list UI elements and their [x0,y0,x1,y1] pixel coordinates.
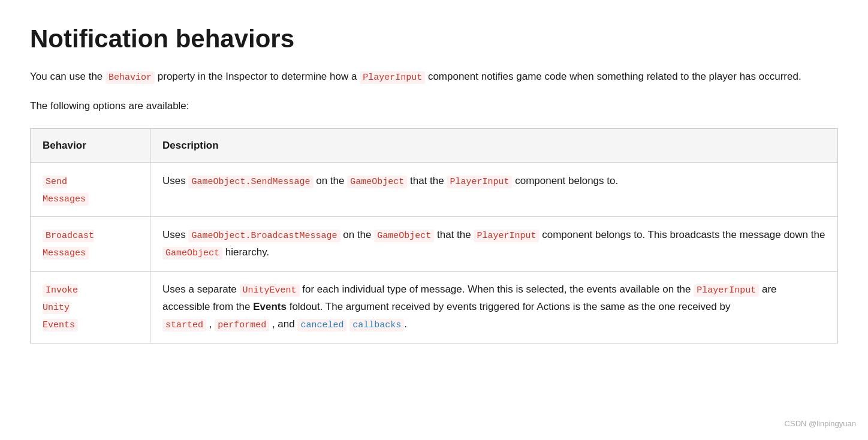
desc-text: component belongs to. [512,175,618,186]
gameobject-code-3: GameObject [162,247,222,260]
playerinput-code-4: PlayerInput [694,284,759,297]
intro-text-part3: component notifies game code when someth… [425,71,801,82]
performed-code: performed [215,319,269,331]
gameobject-sendmessage-code: GameObject.SendMessage [188,176,313,188]
desc-text: that the [407,175,447,186]
broadcast-messages-code: BroadcastMessages [43,230,94,260]
desc-text: Uses [162,175,188,186]
desc-text: on the [340,229,375,240]
invoke-unity-events-code: InvokeUnityEvents [43,284,78,331]
table-header-row: Behavior Description [31,129,838,162]
started-code: started [162,319,206,331]
options-label: The following options are available: [30,98,838,114]
behaviors-table: Behavior Description SendMessages Uses G… [30,128,838,343]
desc-text: component belongs to. This broadcasts th… [539,229,825,240]
intro-paragraph: You can use the Behavior property in the… [30,68,838,86]
desc-text: Uses a separate [162,284,240,295]
callbacks-code: callbacks [349,319,404,331]
desc-text: , and [269,318,297,330]
intro-text-part2: property in the Inspector to determine h… [155,71,360,82]
table-row: SendMessages Uses GameObject.SendMessage… [31,162,838,217]
desc-text: hierarchy. [222,246,269,258]
playerinput-code-2: PlayerInput [447,176,512,188]
page-title: Notification behaviors [30,24,838,54]
behavior-send-messages: SendMessages [31,162,150,217]
description-invoke-unity-events: Uses a separate UnityEvent for each indi… [150,272,838,343]
description-send-messages: Uses GameObject.SendMessage on the GameO… [150,162,838,217]
gameobject-code-2: GameObject [374,230,434,242]
desc-text: that the [434,229,474,240]
unityevent-code: UnityEvent [240,284,300,297]
gameobject-broadcastmessage-code: GameObject.BroadcastMessage [188,230,340,242]
behavior-code: Behavior [106,71,155,84]
desc-text: , [206,318,215,330]
behavior-invoke-unity-events: InvokeUnityEvents [31,272,150,343]
desc-text: . [404,318,407,330]
desc-text: for each individual type of message. Whe… [300,284,694,295]
col-header-description: Description [150,129,838,162]
playerinput-code-1: PlayerInput [360,71,425,84]
events-bold: Events [253,301,287,312]
desc-text: on the [314,175,348,186]
description-broadcast-messages: Uses GameObject.BroadcastMessage on the … [150,217,838,272]
gameobject-code-1: GameObject [347,176,407,188]
playerinput-code-3: PlayerInput [474,230,539,242]
col-header-behavior: Behavior [31,129,150,162]
table-row: InvokeUnityEvents Uses a separate UnityE… [31,272,838,343]
send-messages-code: SendMessages [43,176,89,206]
canceled-code: canceled [297,319,346,331]
desc-text: Uses [162,229,188,240]
table-row: BroadcastMessages Uses GameObject.Broadc… [31,217,838,272]
behavior-broadcast-messages: BroadcastMessages [31,217,150,272]
intro-text-part1: You can use the [30,71,106,82]
